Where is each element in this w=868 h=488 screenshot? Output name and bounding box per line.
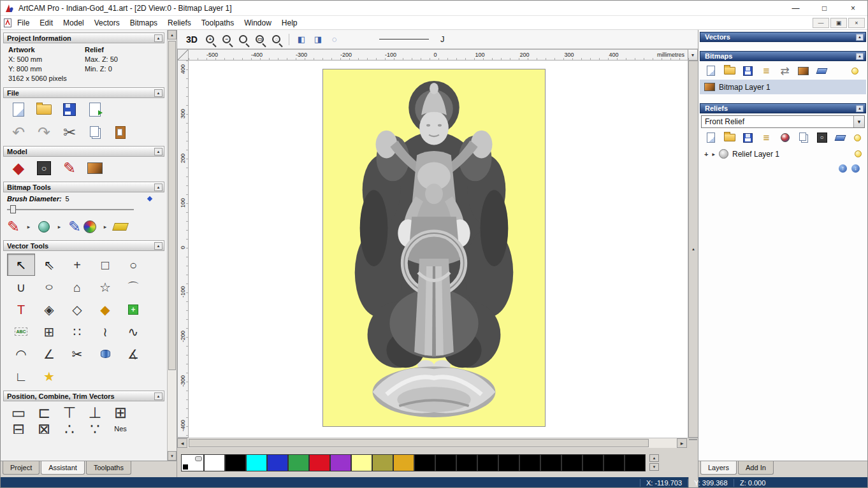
menu-model[interactable]: Model [58,17,89,29]
bitmap-to-vector-tool[interactable]: + [119,298,147,320]
menu-vectors[interactable]: Vectors [89,17,125,29]
align-top-icon[interactable]: ⊤ [57,403,82,422]
touchup-icon[interactable]: ✎ [67,217,82,236]
tab-project[interactable]: Project [3,461,40,475]
create-mesh-tool[interactable]: ⊞ [35,320,63,343]
horizontal-scrollbar[interactable] [177,438,698,448]
new-bitmap-layer-icon[interactable] [702,64,720,78]
swatch-gold[interactable] [393,454,414,471]
create-text-tool[interactable]: T [7,298,35,320]
relief-selector-combo[interactable]: Front Relief [701,115,865,128]
close-button[interactable]: × [839,1,867,15]
model-picture-icon[interactable] [82,159,108,178]
h-scroll-left-button[interactable] [177,438,187,448]
swatch-black[interactable] [225,454,246,471]
palette-scroll-up-button[interactable] [649,454,659,462]
weld-vectors-icon[interactable]: ⊟ [6,424,31,434]
relief-sphere-icon[interactable] [776,131,793,145]
swatch-olive[interactable] [372,454,393,471]
create-ellipse-tool[interactable]: ○ [35,276,63,298]
swatch-black[interactable] [477,454,498,471]
v-scroll-thumb[interactable] [689,439,697,440]
swatch-black[interactable] [582,454,604,471]
sculpt-relief-icon[interactable]: ✎ [57,159,82,178]
flood-flyout-caret-icon[interactable]: ▸ [52,217,67,236]
create-star-tool[interactable]: ☆ [91,276,119,298]
model-ornament-icon[interactable]: ◆ [6,159,31,178]
array-copy-icon[interactable]: ∵ [82,424,108,434]
next-view-icon[interactable]: ◨ [310,32,326,47]
transform-vectors-tool[interactable]: + [63,254,91,276]
swatch-black[interactable] [519,454,540,471]
previous-view-icon[interactable]: ◧ [294,32,309,47]
toggle-all-bitmaps-visibility-icon[interactable] [846,64,864,78]
vector-boundary-tool[interactable]: ◇ [63,298,91,320]
primary-secondary-swatch[interactable] [181,454,204,471]
vectors-section-header[interactable]: Vectors [700,32,866,42]
line-width-control[interactable] [379,39,429,39]
delete-bitmap-layer-icon[interactable] [813,64,830,78]
bitmaps-section-header[interactable]: Bitmaps [700,51,866,61]
swatch-black[interactable] [498,454,519,471]
tab-layers[interactable]: Layers [700,461,737,475]
merge-relief-layers-icon[interactable]: ≡ [758,131,775,145]
transfer-bitmap-layer-icon[interactable]: ⇄ [776,64,793,78]
offset-vectors-tool[interactable]: ◈ [35,298,63,320]
create-circle-tool[interactable]: ○ [119,254,147,276]
zoom-object-icon[interactable]: ◌ [269,32,284,47]
invert-relief-icon[interactable]: ○ [31,159,57,178]
copy-along-curve-tool[interactable]: ≀ [91,320,119,343]
fit-arcs-tool[interactable]: ◠ [7,343,35,365]
create-arc-tool[interactable]: ⌒ [119,276,147,298]
fillet-tool[interactable]: ∟ [7,365,35,387]
node-editing-tool[interactable]: ⇖ [35,254,63,276]
swatch-red[interactable] [309,454,330,471]
menu-reliefs[interactable]: Reliefs [163,17,196,29]
freeform-shape-tool[interactable]: ∪ [7,276,35,298]
swatch-cyan[interactable] [246,454,267,471]
mdi-minimize-button[interactable]: — [813,18,829,28]
paint-icon[interactable]: ✎ [6,217,21,236]
collapse-section-icon[interactable] [154,148,163,155]
create-polygon-tool[interactable]: ⌂ [63,276,91,298]
copy-icon[interactable] [82,123,108,142]
merge-bitmap-layers-icon[interactable]: ≡ [758,64,775,78]
save-bitmap-layer-icon[interactable] [739,64,756,78]
expand-relief-icon[interactable]: ▸ [712,151,715,157]
open-relief-layer-icon[interactable] [721,131,738,145]
collapse-bitmaps-icon[interactable] [856,53,864,60]
vertical-scrollbar[interactable] [688,61,698,438]
swatch-white[interactable] [204,454,225,471]
minimize-button[interactable]: — [781,1,810,15]
swatch-black[interactable] [625,454,646,471]
align-left-icon[interactable]: ⊏ [31,403,57,422]
relief-layer-row[interactable]: + ▸ Relief Layer 1 [700,147,866,161]
swatch-black[interactable] [604,454,625,471]
zoom-in-icon[interactable]: + [203,32,218,47]
open-model-icon[interactable] [31,100,57,119]
delete-relief-layer-icon[interactable] [832,131,849,145]
bitmap-tools-section-header[interactable]: Bitmap Tools [3,182,164,192]
select-vectors-tool[interactable]: ↖ [7,254,35,276]
collapse-reliefs-icon[interactable] [856,105,864,112]
move-layer-down-button[interactable]: ↓ [851,164,860,173]
collapse-section-icon[interactable] [154,392,163,400]
subtract-vectors-icon[interactable]: ⊠ [31,424,57,434]
collapse-section-icon[interactable] [154,242,163,250]
file-section-header[interactable]: File [3,87,164,98]
v-scroll-up-button[interactable] [688,61,698,438]
slider-thumb[interactable] [10,205,16,213]
view-3d-button[interactable]: 3D [182,33,201,46]
center-in-page-icon[interactable]: ▭ [6,403,31,422]
slice-vectors-icon[interactable]: ∴ [57,424,82,434]
save-model-icon[interactable] [57,100,82,119]
collapse-vectors-icon[interactable] [856,34,864,41]
add-relief-icon[interactable]: + [704,150,708,158]
measure-tool[interactable]: ∡ [119,343,147,365]
cut-icon[interactable]: ✂ [57,123,82,142]
pan-view-icon[interactable]: ◌ [327,32,342,47]
menu-window[interactable]: Window [239,17,277,29]
brush-diameter-slider[interactable] [7,205,134,214]
swatch-blue[interactable] [267,454,288,471]
project-information-header[interactable]: Project Information [3,32,164,43]
